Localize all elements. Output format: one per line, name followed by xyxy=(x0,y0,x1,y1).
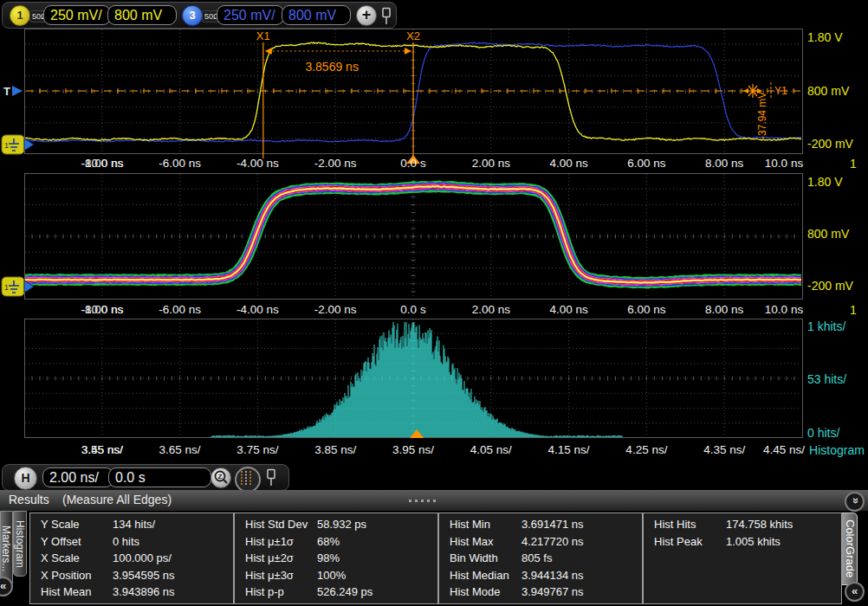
plot3-ytick-top: 1 khits/ xyxy=(807,319,845,333)
result-label: Hist Min xyxy=(450,518,490,531)
axis-tick-label: 4.00 ns xyxy=(549,157,587,170)
channel-3-scale-input[interactable]: 250 mV/ xyxy=(217,5,284,25)
tab-histogram[interactable]: Histogram xyxy=(13,511,27,577)
axis-tick-label: 3.55 ns/ xyxy=(81,443,123,456)
axis-tick-label: 6.00 ns xyxy=(627,303,665,316)
svg-text:Y1: Y1 xyxy=(774,85,787,97)
channel-3-offset-input[interactable]: 800 mV xyxy=(282,5,351,25)
result-row: Hist p-p526.249 ps xyxy=(235,583,437,601)
chevron-down-icon: « xyxy=(847,498,862,504)
axis-tick-label: -8.00 ns xyxy=(81,157,123,170)
axis-tick-label: 6.00 ns xyxy=(627,157,665,170)
result-value: 526.249 ps xyxy=(317,585,372,598)
colorgrade-plot[interactable]: 1 xyxy=(0,173,868,303)
result-label: Hist μ±1σ xyxy=(245,535,294,548)
svg-text:T: T xyxy=(3,85,10,98)
svg-text:-37.94 mV: -37.94 mV xyxy=(756,92,768,139)
add-channel-button[interactable]: + xyxy=(356,5,377,26)
results-column: Hist Min3.691471 nsHist Max4.217720 nsBi… xyxy=(438,513,643,604)
result-label: X Position xyxy=(41,569,92,582)
axis-tick-label: 0.0 s xyxy=(400,157,425,170)
histogram-plot[interactable] xyxy=(0,319,868,442)
result-row: Hist Min3.691471 ns xyxy=(439,516,642,533)
axis-tick-label: 4.05 ns/ xyxy=(470,443,512,456)
timebase-toolbar: H 2.00 ns/ 0.0 s Z xyxy=(2,464,289,491)
channel-1-offset-input[interactable]: 800 mV xyxy=(107,5,177,25)
plot3-ytick-mid: 53 hits/ xyxy=(807,372,846,386)
result-value: 3.944134 ns xyxy=(521,569,584,582)
result-value: 134 hits/ xyxy=(113,518,155,531)
result-value: 805 fs xyxy=(521,551,552,564)
result-label: Hist Peak xyxy=(654,535,703,548)
pin-icon[interactable] xyxy=(380,7,392,26)
axis-tick-label: -2.00 ns xyxy=(314,303,357,316)
svg-text:1: 1 xyxy=(4,283,9,292)
axis-tick-label: 0.0 s xyxy=(400,303,425,316)
axis-tick-label: 4.45 ns/ xyxy=(763,443,805,456)
result-label: Hist Mode xyxy=(450,585,501,598)
axis-tick-label: -8.00 ns xyxy=(81,303,123,316)
plot2-ytick-bottom: -200 mV xyxy=(807,279,853,293)
result-row: Y Scale134 hits/ xyxy=(30,516,233,533)
horizontal-button[interactable]: H xyxy=(14,467,37,490)
channel-1-scale-input[interactable]: 250 mV/ xyxy=(43,5,111,25)
result-label: Hist Max xyxy=(450,535,494,548)
waveform-plot[interactable]: TX1X23.8569 nsY1-37.94 mV1 xyxy=(0,29,868,167)
result-row: X Scale100.000 ps/ xyxy=(30,550,233,567)
result-value: 100% xyxy=(317,569,346,582)
svg-text:X2: X2 xyxy=(406,29,420,42)
channel-3-button[interactable]: 3 xyxy=(182,5,203,26)
results-drag-handle[interactable] xyxy=(409,500,438,502)
channel-1-button[interactable]: 1 xyxy=(10,5,30,26)
axis-tick-label: 3.75 ns/ xyxy=(236,443,278,456)
plot3-x-axis: Histogram 3.45 ns/3.55 ns/3.65 ns/3.75 n… xyxy=(0,442,868,459)
axis-tick-label: 4.25 ns/ xyxy=(625,443,667,456)
svg-text:3.8569 ns: 3.8569 ns xyxy=(305,60,359,74)
result-value: 100.000 ps/ xyxy=(113,551,172,564)
zoom-button[interactable]: Z xyxy=(211,467,231,488)
plot1-x-axis: 1 -10.0 ns-8.00 ns-6.00 ns-4.00 ns-2.00 … xyxy=(0,155,868,172)
result-row: Hist μ±2σ98% xyxy=(235,550,437,567)
result-row: Bin Width805 fs xyxy=(439,550,642,567)
axis-tick-label: 4.35 ns/ xyxy=(703,443,745,456)
axis-tick-label: 8.00 ns xyxy=(705,157,743,170)
svg-text:X1: X1 xyxy=(256,29,270,42)
result-value: 0 hits xyxy=(113,535,139,548)
axis-tick-label: -4.00 ns xyxy=(236,157,279,170)
result-row: Hist μ±1σ68% xyxy=(235,533,437,551)
result-label: Bin Width xyxy=(450,551,498,564)
result-value: 1.005 khits xyxy=(726,535,781,548)
result-label: Y Scale xyxy=(41,518,80,531)
chevron-left-icon: « xyxy=(0,579,6,592)
axis-tick-label: -2.00 ns xyxy=(314,157,357,170)
results-column: Hist Std Dev58.932 psHist μ±1σ68%Hist μ±… xyxy=(234,513,438,604)
result-label: Hist Std Dev xyxy=(245,518,308,531)
collapse-results-button[interactable]: « xyxy=(845,492,865,512)
axis-tick-label: 8.00 ns xyxy=(705,303,743,316)
timebase-position-input[interactable]: 0.0 s xyxy=(108,467,211,487)
svg-text:1: 1 xyxy=(4,141,9,150)
result-label: Y Offset xyxy=(41,535,81,548)
result-row: Hist μ±3σ100% xyxy=(235,567,437,584)
result-label: Hist μ±2σ xyxy=(245,551,294,564)
result-label: Hist Mean xyxy=(41,585,92,598)
result-value: 98% xyxy=(317,551,340,564)
result-label: Hist Median xyxy=(450,569,509,582)
result-label: Hist Hits xyxy=(654,518,696,531)
plot2-panel-number: 1 xyxy=(850,303,857,317)
tab-markers[interactable]: Markers... xyxy=(0,511,13,587)
oscilloscope-screen: 1 50Ω 250 mV/ 800 mV 3 50Ω 250 mV/ 800 m… xyxy=(0,0,868,606)
plot1-ytick-mid: 800 mV xyxy=(807,84,849,98)
plot2-ytick-top: 1.80 V xyxy=(807,175,842,189)
plot1-panel-number: 1 xyxy=(850,157,857,171)
timebase-scale-input[interactable]: 2.00 ns/ xyxy=(42,467,113,487)
pin-icon[interactable] xyxy=(265,468,277,487)
channel-toolbar: 1 50Ω 250 mV/ 800 mV 3 50Ω 250 mV/ 800 m… xyxy=(2,2,397,29)
display-mode-button[interactable] xyxy=(235,467,261,493)
axis-tick-label: 2.00 ns xyxy=(472,157,510,170)
magnifier-z-icon: Z xyxy=(211,468,230,487)
expand-right-button[interactable]: « xyxy=(845,582,865,602)
axis-tick-label: 10.0 ns xyxy=(765,157,803,170)
axis-tick-label: 4.00 ns xyxy=(549,303,587,316)
plot2-ytick-mid: 800 mV xyxy=(807,227,849,241)
